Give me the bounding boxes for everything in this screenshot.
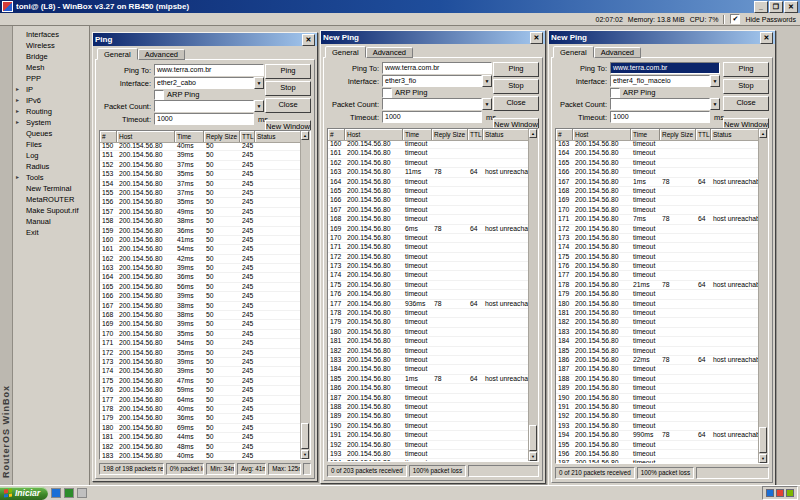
app-titlebar[interactable]: toni@ (L8) - WinBox v3.27 on RB450 (mips… — [0, 0, 800, 13]
column-header-ttl[interactable]: TTL — [696, 129, 711, 140]
table-row[interactable]: 197200.154.56.80timeout — [556, 459, 759, 463]
tray-icon-1[interactable] — [766, 489, 774, 497]
table-row[interactable]: 168200.154.56.80timeout — [556, 187, 759, 196]
column-header-time[interactable]: Time — [403, 129, 432, 140]
vertical-scrollbar[interactable]: ▲▼ — [300, 131, 310, 459]
table-row[interactable]: 175200.154.56.80timeout — [556, 253, 759, 262]
table-row[interactable]: 180200.154.56.80timeout — [328, 328, 529, 337]
scrollbar-thumb[interactable] — [301, 423, 309, 449]
table-row[interactable]: 163200.154.56.8011ms7864host unreachable — [328, 168, 529, 177]
ping-to-input[interactable]: www.terra.com.br — [610, 62, 720, 74]
table-row[interactable]: 176200.154.56.80timeout — [556, 262, 759, 271]
sidebar-item-wireless[interactable]: Wireless — [13, 40, 89, 51]
table-row[interactable]: 168200.154.56.8038ms50245 — [100, 311, 301, 320]
table-row[interactable]: 151200.154.56.8039ms50245 — [100, 151, 301, 160]
table-row[interactable]: 177200.154.56.80936ms7864host unreachabl… — [328, 300, 529, 309]
table-row[interactable]: 181200.154.56.80timeout — [556, 309, 759, 318]
sidebar-item-exit[interactable]: Exit — [13, 227, 89, 238]
timeout-input[interactable]: 1000 — [610, 111, 710, 123]
table-row[interactable]: 175200.154.56.8047ms50245 — [100, 377, 301, 386]
table-row[interactable]: 178200.154.56.80timeout — [328, 309, 529, 318]
table-row[interactable]: 167200.154.56.80timeout — [328, 206, 529, 215]
column-header-status[interactable]: Status — [711, 129, 759, 140]
column-header-host[interactable]: Host — [117, 131, 175, 142]
table-row[interactable]: 172200.154.56.80timeout — [556, 225, 759, 234]
table-row[interactable]: 158200.154.56.8038ms50245 — [100, 217, 301, 226]
table-row[interactable]: 161200.154.56.80timeout — [328, 149, 529, 158]
ping-window[interactable]: New Ping✕GeneralAdvancedPing To:www.terr… — [320, 30, 546, 484]
table-row[interactable]: 192200.154.56.80timeout — [328, 441, 529, 450]
close-button[interactable]: Close — [723, 96, 769, 111]
tab-general[interactable]: General — [97, 48, 138, 60]
sidebar-item-log[interactable]: Log — [13, 150, 89, 161]
scrollbar-thumb[interactable] — [759, 427, 767, 453]
table-row[interactable]: 179200.154.56.8036ms50245 — [100, 414, 301, 423]
table-row[interactable]: 166200.154.56.80timeout — [556, 168, 759, 177]
table-row[interactable]: 173200.154.56.80timeout — [556, 234, 759, 243]
packet-count-select[interactable]: ▼ — [382, 98, 492, 110]
table-row[interactable]: 165200.154.56.8056ms50245 — [100, 283, 301, 292]
close-button[interactable]: Close — [265, 98, 311, 113]
dropdown-arrow-icon[interactable]: ▼ — [710, 98, 720, 110]
table-row[interactable]: 170200.154.56.80timeout — [556, 206, 759, 215]
table-row[interactable]: 195200.154.56.80timeout — [556, 441, 759, 450]
scroll-down-icon[interactable]: ▼ — [529, 452, 537, 461]
quicklaunch-icon-2[interactable] — [64, 488, 74, 498]
table-row[interactable]: 190200.154.56.80timeout — [328, 422, 529, 431]
dropdown-arrow-icon[interactable]: ▼ — [254, 77, 264, 89]
table-row[interactable]: 164200.154.56.80timeout — [556, 149, 759, 158]
table-row[interactable]: 162200.154.56.8042ms50245 — [100, 255, 301, 264]
ping-button[interactable]: Ping — [493, 62, 539, 77]
table-row[interactable]: 164200.154.56.8036ms50245 — [100, 273, 301, 282]
table-row[interactable]: 183200.154.56.8040ms50245 — [100, 452, 301, 459]
timeout-input[interactable]: 1000 — [382, 111, 482, 123]
column-header-reply-size[interactable]: Reply Size — [204, 131, 240, 142]
sidebar-item-routing[interactable]: ▸Routing — [13, 106, 89, 117]
table-row[interactable]: 182200.154.56.80timeout — [556, 318, 759, 327]
table-row[interactable]: 162200.154.56.80timeout — [328, 159, 529, 168]
table-row[interactable]: 167200.154.56.801ms7864host unreachable — [556, 178, 759, 187]
close-icon[interactable]: ✕ — [760, 32, 773, 44]
dropdown-arrow-icon[interactable]: ▼ — [482, 75, 492, 87]
table-row[interactable]: 170200.154.56.8035ms50245 — [100, 330, 301, 339]
table-row[interactable]: 163200.154.56.8039ms50245 — [100, 264, 301, 273]
table-row[interactable]: 194200.154.56.80timeout — [328, 459, 529, 461]
sidebar-item-radius[interactable]: Radius — [13, 161, 89, 172]
table-row[interactable]: 170200.154.56.80timeout — [328, 234, 529, 243]
tab-advanced[interactable]: Advanced — [366, 47, 413, 58]
column-header-status[interactable]: Status — [483, 129, 529, 140]
table-row[interactable]: 176200.154.56.80timeout — [328, 290, 529, 299]
packet-count-select[interactable]: ▼ — [610, 98, 720, 110]
table-row[interactable]: 163200.154.56.80timeout — [556, 140, 759, 149]
scroll-up-icon[interactable]: ▲ — [529, 129, 537, 138]
table-row[interactable]: 153200.154.56.8035ms50245 — [100, 170, 301, 179]
column-header-status[interactable]: Status — [255, 131, 301, 142]
table-row[interactable]: 155200.154.56.8037ms50245 — [100, 189, 301, 198]
sidebar-item-bridge[interactable]: Bridge — [13, 51, 89, 62]
table-row[interactable]: 171200.154.56.807ms7864host unreachable — [556, 215, 759, 224]
sidebar-item-make-supout-rif[interactable]: Make Supout.rif — [13, 205, 89, 216]
tray-icon-2[interactable] — [776, 489, 784, 497]
table-row[interactable]: 188200.154.56.80timeout — [556, 375, 759, 384]
table-row[interactable]: 152200.154.56.8037ms50245 — [100, 161, 301, 170]
sidebar-item-manual[interactable]: Manual — [13, 216, 89, 227]
scroll-up-icon[interactable]: ▲ — [759, 129, 767, 138]
window-titlebar[interactable]: New Ping✕ — [321, 31, 545, 44]
table-row[interactable]: 182200.154.56.80timeout — [328, 347, 529, 356]
ping-button[interactable]: Ping — [723, 62, 769, 77]
table-row[interactable]: 166200.154.56.8039ms50245 — [100, 292, 301, 301]
column-header--[interactable]: # — [328, 129, 345, 140]
table-row[interactable]: 156200.154.56.8035ms50245 — [100, 198, 301, 207]
table-row[interactable]: 192200.154.56.80timeout — [556, 412, 759, 421]
stop-button[interactable]: Stop — [723, 79, 769, 94]
table-row[interactable]: 172200.154.56.8035ms50245 — [100, 349, 301, 358]
tab-general[interactable]: General — [325, 46, 366, 58]
table-row[interactable]: 177200.154.56.80timeout — [556, 271, 759, 280]
table-row[interactable]: 169200.154.56.806ms7864host unreachable — [328, 225, 529, 234]
arp-ping-checkbox[interactable] — [154, 90, 164, 100]
hide-passwords-checkbox[interactable]: ✔ — [730, 14, 740, 24]
table-row[interactable]: 160200.154.56.80timeout — [328, 140, 529, 149]
ping-window[interactable]: Ping✕GeneralAdvancedPing To:www.terra.co… — [92, 32, 318, 482]
arp-ping-checkbox[interactable] — [382, 88, 392, 98]
table-row[interactable]: 185200.154.56.801ms7864host unreachable — [328, 375, 529, 384]
